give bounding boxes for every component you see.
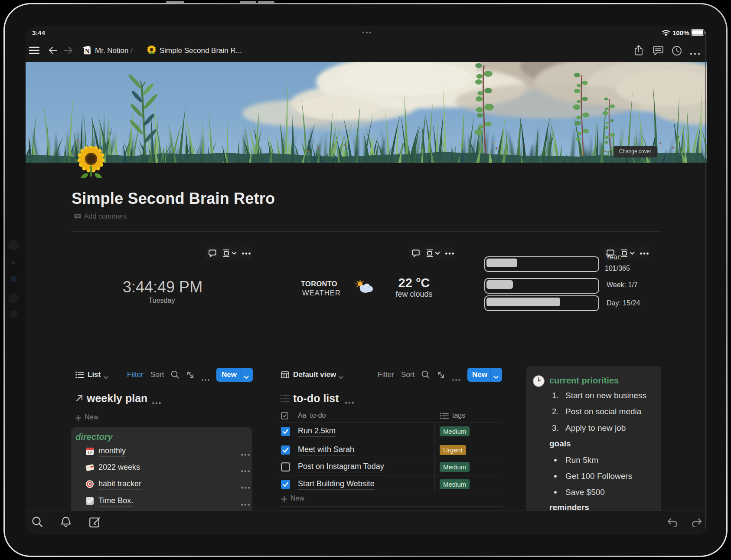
svg-text:N: N — [85, 48, 89, 55]
svg-text:17: 17 — [88, 451, 92, 455]
